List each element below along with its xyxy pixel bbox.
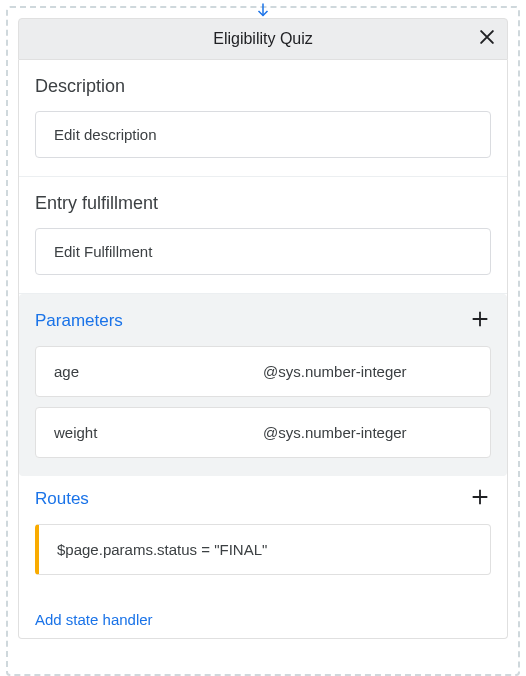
parameter-name: weight (54, 424, 263, 441)
routes-section: Routes $page.params.status = "FINAL" (19, 476, 507, 593)
description-label: Description (35, 76, 491, 97)
add-route-button[interactable] (469, 486, 491, 512)
parameters-title[interactable]: Parameters (35, 311, 123, 331)
plus-icon (469, 486, 491, 508)
entry-fulfillment-label: Entry fulfillment (35, 193, 491, 214)
panel-header: Eligibility Quiz (18, 18, 508, 60)
routes-title[interactable]: Routes (35, 489, 89, 509)
parameter-type: @sys.number-integer (263, 363, 472, 380)
parameters-list: age @sys.number-integer weight @sys.numb… (19, 346, 507, 476)
close-icon (477, 27, 497, 47)
parameter-row[interactable]: age @sys.number-integer (35, 346, 491, 397)
plus-icon (469, 308, 491, 330)
close-button[interactable] (477, 27, 497, 51)
page-panel: Eligibility Quiz Description Edit descri… (6, 6, 520, 676)
arrow-down-icon (254, 2, 272, 24)
routes-header: Routes (35, 486, 491, 512)
panel-content: Description Edit description Entry fulfi… (18, 60, 508, 639)
parameters-section: Parameters age @sys.number-integer weigh… (19, 294, 507, 476)
parameter-row[interactable]: weight @sys.number-integer (35, 407, 491, 458)
parameter-name: age (54, 363, 263, 380)
description-section: Description Edit description (19, 60, 507, 177)
add-state-handler-button[interactable]: Add state handler (19, 593, 507, 638)
panel-title: Eligibility Quiz (213, 30, 313, 48)
route-condition: $page.params.status = "FINAL" (57, 541, 267, 558)
entry-fulfillment-section: Entry fulfillment Edit Fulfillment (19, 177, 507, 294)
edit-fulfillment-button[interactable]: Edit Fulfillment (35, 228, 491, 275)
add-parameter-button[interactable] (469, 308, 491, 334)
parameters-header: Parameters (19, 294, 507, 346)
route-row[interactable]: $page.params.status = "FINAL" (35, 524, 491, 575)
parameter-type: @sys.number-integer (263, 424, 472, 441)
edit-description-button[interactable]: Edit description (35, 111, 491, 158)
